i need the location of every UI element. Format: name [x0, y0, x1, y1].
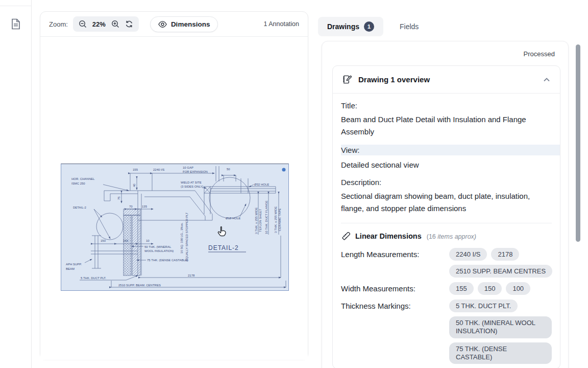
dimension-chip[interactable]: 150 — [478, 282, 502, 295]
svg-text:APH SUPP.: APH SUPP. — [66, 263, 82, 266]
detail-title: DETAIL-2 — [208, 244, 239, 251]
svg-text:(3 SIDES ONLY): (3 SIDES ONLY) — [181, 185, 204, 188]
zoom-label: Zoom: — [49, 20, 68, 28]
chevron-up-icon[interactable] — [543, 76, 551, 84]
width-measurements-row: Width Measurements: 155 150 100 — [341, 282, 552, 295]
dimension-chip[interactable]: 100 — [506, 282, 530, 295]
view-label: View: — [341, 145, 560, 155]
svg-text:DETAIL-2: DETAIL-2 — [73, 206, 87, 209]
dimension-chip[interactable]: 75 THK. (DENSE CASTABLE) — [449, 342, 552, 364]
svg-text:50: 50 — [227, 168, 230, 171]
svg-text:16 SQ. 100 LG., 3Nos.: 16 SQ. 100 LG., 3Nos. — [180, 222, 183, 254]
svg-text:10: 10 — [146, 239, 150, 242]
title-value: Beam and Duct Plate Detail with Insulati… — [341, 113, 552, 138]
svg-text:WOOL INSULATION): WOOL INSULATION) — [144, 249, 174, 252]
svg-text:2510 SUPP. BEAM. CENTRES: 2510 SUPP. BEAM. CENTRES — [118, 284, 161, 287]
panel-tabs: Drawings 1 Fields — [318, 17, 428, 36]
linear-dimensions-header: Linear Dimensions (16 items approx) — [341, 223, 552, 248]
zoom-controls: 22% — [73, 16, 139, 32]
annotation-count: 1 Annotation — [263, 20, 299, 28]
tab-fields[interactable]: Fields — [390, 17, 428, 36]
zoom-out-icon[interactable] — [79, 20, 87, 28]
annotation-marker-dot[interactable] — [282, 168, 286, 172]
drawings-panel: Processed Drawing 1 overview Title: Beam… — [322, 41, 569, 368]
svg-text:150: 150 — [123, 239, 129, 242]
tab-drawings-label: Drawings — [327, 22, 359, 31]
tab-fields-label: Fields — [400, 22, 419, 31]
svg-text:BEAM: BEAM — [66, 267, 75, 270]
thickness-markings-row: Thickness Markings: 5 THK. DUCT PLT. 50 … — [341, 300, 552, 364]
svg-text:70: 70 — [129, 205, 133, 208]
length-measurements-row: Length Measurements: 2240 I/S 2178 2510 … — [341, 248, 552, 278]
drawing-viewer-panel: Zoom: 22% Dimensions 1 Annotation — [40, 11, 308, 360]
ruler-icon — [341, 232, 350, 241]
drawings-count-badge: 1 — [364, 21, 374, 32]
dimensions-button[interactable]: Dimensions — [150, 16, 218, 32]
blueprint-labels: 155 2240 I/S 10 GAP FOR EXPANSION 50 WEL… — [66, 166, 281, 287]
items-approx-note: (16 items approx) — [427, 233, 476, 240]
zoom-level: 22% — [92, 20, 106, 28]
svg-text:3 THK. x 255 WIDE: 3 THK. x 255 WIDE — [274, 206, 277, 233]
svg-text:10 THK. DUCT FLANGE: 10 THK. DUCT FLANGE — [265, 200, 268, 234]
dimension-chip[interactable]: 2178 — [491, 248, 519, 261]
thickness-markings-label: Thickness Markings: — [341, 300, 449, 364]
svg-text:135: 135 — [142, 205, 148, 208]
svg-text:3 THK. x 255 WIDE: 3 THK. x 255 WIDE — [255, 208, 258, 234]
svg-text:2178: 2178 — [188, 274, 195, 277]
tab-drawings[interactable]: Drawings 1 — [318, 17, 383, 36]
svg-text:5 THK. DUCT PLT.: 5 THK. DUCT PLT. — [81, 277, 106, 280]
svg-text:150: 150 — [101, 239, 106, 242]
overview-title: Drawing 1 overview — [358, 75, 430, 84]
zoom-in-icon[interactable] — [111, 20, 119, 28]
svg-text:50 THK. (MINERAL: 50 THK. (MINERAL — [144, 245, 172, 248]
overview-body: Title: Beam and Duct Plate Detail with I… — [333, 94, 560, 364]
dimensions-label: Dimensions — [171, 20, 210, 28]
svg-text:10 GAP: 10 GAP — [183, 166, 193, 169]
svg-text:ISMC 250: ISMC 250 — [71, 182, 85, 185]
dimension-chip[interactable]: 2510 SUPP. BEAM CENTRES — [449, 265, 552, 278]
svg-text:155: 155 — [133, 168, 138, 171]
svg-text:40: 40 — [133, 183, 136, 187]
drawing-canvas[interactable]: 155 2240 I/S 10 GAP FOR EXPANSION 50 WEL… — [40, 37, 308, 360]
document-icon[interactable] — [11, 18, 21, 30]
svg-text:Ø18 HOLE: Ø18 HOLE — [226, 217, 240, 220]
sidebar-divider — [0, 6, 32, 6]
description-value: Sectional diagram showing beam, duct pla… — [341, 190, 552, 215]
dimension-chip[interactable]: 2240 I/S — [449, 248, 487, 261]
width-measurements-label: Width Measurements: — [341, 282, 449, 295]
overview-header[interactable]: Drawing 1 overview — [333, 66, 560, 94]
blueprint-drawing[interactable]: 155 2240 I/S 10 GAP FOR EXPANSION 50 WEL… — [61, 164, 289, 291]
dimension-chip[interactable]: 155 — [449, 282, 474, 295]
length-measurements-label: Length Measurements: — [341, 248, 449, 278]
status-processed: Processed — [524, 50, 555, 58]
description-label: Description: — [341, 178, 552, 187]
dimension-chip[interactable]: 5 THK. DUCT PLT. — [449, 300, 518, 312]
svg-text:75 THK. (DENSE CASTABLE): 75 THK. (DENSE CASTABLE) — [147, 259, 188, 262]
eye-icon — [158, 20, 167, 28]
svg-text:EQUALLY SPACED STOPPER PLT: EQUALLY SPACED STOPPER PLT — [185, 212, 188, 261]
drawing-overview-card: Drawing 1 overview Title: Beam and Duct … — [332, 65, 560, 368]
svg-text:Ø32 HOLE: Ø32 HOLE — [254, 183, 269, 186]
title-label: Title: — [341, 101, 552, 110]
viewer-toolbar: Zoom: 22% Dimensions 1 Annotation — [40, 12, 308, 37]
notebook-pen-icon — [342, 75, 352, 84]
view-value: Detailed sectional view — [341, 159, 552, 171]
hand-cursor-icon — [214, 225, 228, 239]
zoom-reset-icon[interactable] — [125, 20, 133, 28]
linear-dimensions-title: Linear Dimensions — [355, 232, 422, 240]
svg-text:75: 75 — [117, 196, 120, 200]
dimension-chip[interactable]: 50 THK. (MINERAL WOOL INSULATION) — [449, 316, 552, 338]
svg-text:TEFLON SHEET: TEFLON SHEET — [259, 209, 262, 232]
left-sidebar — [0, 0, 32, 368]
svg-text:FOR EXPANSION: FOR EXPANSION — [183, 170, 208, 173]
scrollbar-thumb[interactable] — [576, 44, 580, 242]
svg-text:CERAMIC TAPE: CERAMIC TAPE — [278, 209, 281, 231]
svg-text:WELD AT SITE: WELD AT SITE — [181, 181, 202, 184]
svg-text:2240 I/S: 2240 I/S — [153, 168, 164, 171]
svg-text:HOR. CHANNEL: HOR. CHANNEL — [71, 177, 95, 180]
